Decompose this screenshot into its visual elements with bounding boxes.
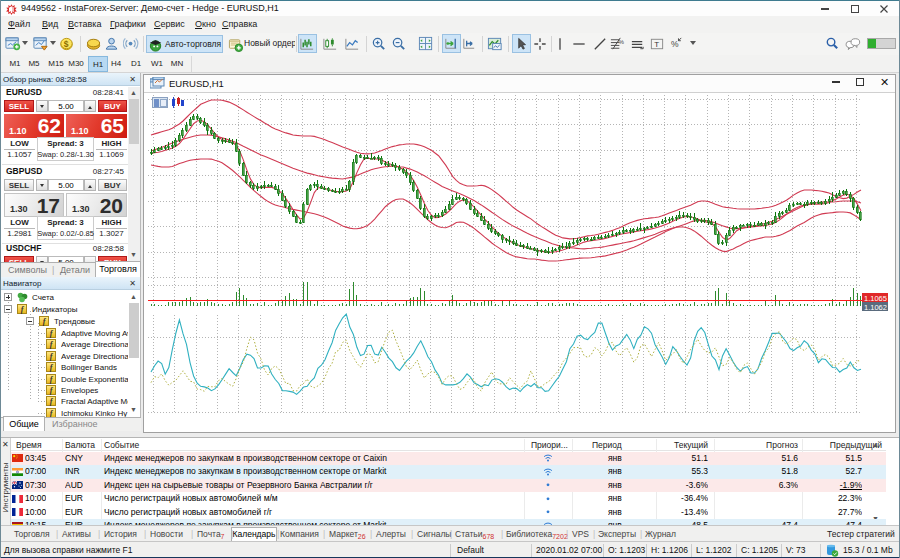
svg-text:1.1062: 1.1062 — [864, 303, 887, 312]
svg-text:1.1065: 1.1065 — [864, 294, 887, 303]
svg-text:$: $ — [64, 39, 69, 49]
svg-text:T: T — [654, 40, 659, 49]
svg-text:%: % — [671, 39, 679, 49]
svg-text:%: % — [618, 38, 624, 45]
